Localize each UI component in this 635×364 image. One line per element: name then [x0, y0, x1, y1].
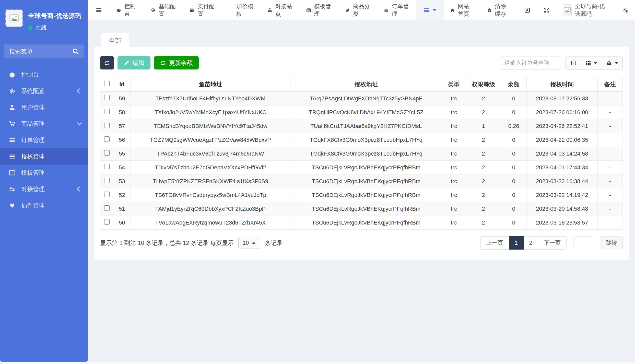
select-all-checkbox[interactable] [104, 81, 110, 86]
sidebar-item-plug-8[interactable]: 插件管理 [0, 197, 88, 214]
column-header[interactable]: 鱼苗地址 [131, 77, 290, 92]
row-checkbox[interactable] [104, 205, 110, 211]
next-page-button[interactable]: 下一页 [538, 236, 567, 250]
sidebar-item-list-5[interactable]: 授权管理 [0, 148, 88, 165]
row-checkbox[interactable] [104, 178, 110, 183]
more-menus-dropdown[interactable] [416, 0, 444, 20]
cell-type: trc [442, 188, 466, 202]
navbar-link-6[interactable]: 商品分类 [338, 0, 377, 20]
sidebar-item-gear-1[interactable]: 系统配置 [0, 83, 88, 99]
row-select-cell [100, 92, 113, 105]
sidebar-item-dashboard-0[interactable]: 控制台 [0, 66, 88, 83]
fullscreen-button[interactable] [537, 0, 556, 20]
cell-remark [597, 133, 622, 147]
navbar-link-icon [306, 7, 311, 13]
prev-page-button[interactable]: 上一页 [480, 236, 509, 250]
sidebar-item-icon [9, 202, 16, 209]
jump-button[interactable]: 跳转 [600, 237, 623, 249]
jump-page-input[interactable] [573, 237, 593, 249]
order-search-input[interactable] [500, 56, 561, 69]
language-button[interactable] [518, 0, 537, 20]
table-row: 54 TDivM7sTzbou2E7dGDepaVXXcxPDHfGVi2 TS… [100, 161, 623, 174]
navbar-link-2[interactable]: 支付配置 [183, 0, 222, 20]
row-checkbox[interactable] [104, 123, 110, 128]
cell-auth-time: 2023-04-01 17:44:34 [526, 161, 597, 174]
column-header[interactable]: Id [113, 77, 131, 92]
columns-button[interactable] [581, 56, 602, 69]
sidebar-item-sliders-7[interactable]: 对接管理 [0, 181, 88, 197]
update-balance-button[interactable]: 更新余额 [154, 56, 199, 69]
navbar-link-icon [151, 7, 156, 13]
cell-level: 2 [466, 202, 501, 216]
caret-down-icon [594, 62, 598, 64]
sidebar-toggle-button[interactable] [88, 0, 110, 20]
cell-id: 51 [113, 202, 131, 216]
export-icon [606, 60, 612, 66]
page-button-2[interactable]: 2 [524, 236, 538, 250]
clear-cache-link[interactable]: 清除缓存 [481, 0, 518, 20]
cell-auth-time: 2023-03-23 16:38:44 [526, 174, 597, 188]
cell-balance: 0 [501, 133, 526, 147]
row-checkbox[interactable] [104, 95, 110, 100]
row-checkbox[interactable] [104, 164, 110, 169]
sidebar-item-label: 系统配置 [21, 87, 45, 95]
account-menu[interactable]: 全球号商-优选源码 [556, 0, 616, 20]
search-icon[interactable] [72, 48, 79, 55]
row-checkbox[interactable] [104, 109, 110, 114]
cell-balance: 0 [501, 105, 526, 119]
cell-auth-address: TArq7PsAgsLDtWgFXDbNqTTc3z5yGBN4pE [290, 92, 442, 105]
row-checkbox[interactable] [104, 192, 110, 197]
cell-level: 2 [466, 133, 501, 147]
row-select-cell [100, 161, 113, 174]
cell-fish-address: TAMjd1yEyrZRjC69DbbXyxPCF2KZuo3BpP [131, 202, 290, 216]
column-header[interactable]: 权限等级 [466, 77, 501, 92]
cell-fish-address: TGZ7MQ9sgWWcueXgzFPzZGVaw845WBpxvP [131, 133, 290, 147]
navbar-link-7[interactable]: 订单管理 [377, 0, 416, 20]
cell-id: 59 [113, 92, 131, 105]
sidebar-item-list-4[interactable]: 订单管理 [0, 132, 88, 148]
cell-auth-address: TGqkFX8Cfx3G9moX3pez8TLoubHpxL7HYq [290, 147, 442, 161]
column-header[interactable]: 备注 [597, 77, 622, 92]
account-name: 全球号商-优选源码 [575, 3, 609, 18]
row-checkbox[interactable] [104, 150, 110, 156]
row-checkbox[interactable] [104, 136, 110, 142]
column-header[interactable]: 类型 [442, 77, 466, 92]
cell-remark: - [597, 216, 622, 230]
page-body: 全部 编辑 更新余额 [88, 20, 635, 362]
navbar-link-0[interactable]: 控制台 [110, 0, 144, 20]
cell-balance: 0 [501, 174, 526, 188]
row-select-cell [100, 119, 113, 133]
cell-auth-time: 2023-03-20 14:58:48 [526, 202, 597, 216]
cell-level: 2 [466, 105, 501, 119]
refresh-button[interactable] [100, 56, 114, 69]
site-home-link[interactable]: 网站首页 [444, 0, 480, 20]
detail-view-button[interactable] [566, 56, 581, 69]
table-row: 51 TAMjd1yEyrZRjC69DbbXyxPCF2KZuo3BpP TS… [100, 202, 623, 216]
navbar-link-1[interactable]: 基础配置 [144, 0, 183, 20]
row-select-cell [100, 147, 113, 161]
hamburger-icon [96, 7, 102, 14]
navbar-link-5[interactable]: 模板管理 [300, 0, 338, 20]
records-summary: 显示第 1 到第 10 条记录，总共 12 条记录 每页显示 10 条记录 [100, 237, 283, 249]
avatar[interactable] [6, 10, 22, 27]
broken-image-icon [563, 6, 571, 14]
page-button-1[interactable]: 1 [509, 236, 524, 250]
tab-all[interactable]: 全部 [101, 33, 129, 49]
sidebar-search [4, 44, 84, 58]
edit-button[interactable]: 编辑 [117, 56, 150, 69]
sidebar-item-user-2[interactable]: 用户管理 [0, 99, 88, 115]
page-size-dropdown[interactable]: 10 [238, 237, 260, 249]
row-checkbox[interactable] [104, 219, 110, 225]
sidebar-item-icon [9, 153, 16, 160]
navbar-link-4[interactable]: 对接站点 [261, 0, 300, 20]
sidebar-item-label: 控制台 [21, 71, 39, 79]
sidebar-item-icon [9, 71, 16, 78]
sidebar-item-cart-3[interactable]: 商品管理 [0, 115, 88, 132]
column-header[interactable]: 授权时间 [526, 77, 597, 92]
navbar-link-3[interactable]: 加价模板 [222, 0, 261, 20]
settings-button[interactable] [616, 0, 635, 20]
column-header[interactable]: 授权地址 [290, 77, 442, 92]
sidebar-item-template-6[interactable]: 模板管理 [0, 165, 88, 181]
export-button[interactable] [602, 56, 623, 69]
column-header[interactable]: 余额 [501, 77, 526, 92]
